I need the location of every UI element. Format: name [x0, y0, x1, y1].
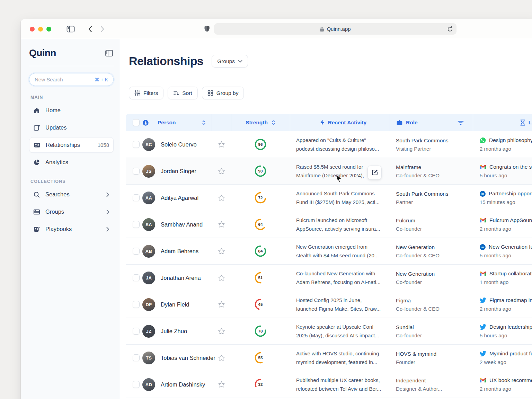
avatar: TS	[142, 352, 155, 364]
row-checkbox[interactable]	[133, 141, 140, 148]
sidebar-item-label: Analytics	[45, 159, 68, 166]
row-checkbox[interactable]	[133, 194, 140, 201]
groups-icon	[33, 209, 40, 215]
activity-line-2: podcast discussing design philoso...	[296, 144, 390, 153]
favorite-star-icon[interactable]	[218, 301, 225, 308]
person-name[interactable]: Sambhav Anand	[161, 221, 203, 228]
row-checkbox[interactable]	[133, 168, 140, 175]
filters-icon	[134, 90, 140, 96]
table-row[interactable]: ABAdam Behrens84New Generation emerged f…	[126, 238, 532, 265]
sort-button[interactable]: Sort	[168, 87, 197, 99]
strength-ring: 55	[254, 352, 267, 364]
search-input[interactable]: New Search ⌘ + K	[29, 73, 114, 86]
sidebar-item-home[interactable]: Home	[29, 103, 114, 118]
row-checkbox[interactable]	[133, 354, 140, 361]
table-row[interactable]: ADArtiom Dashinsky32Published multiple U…	[126, 371, 532, 398]
favorite-star-icon[interactable]	[218, 221, 225, 228]
browser-sidebar-toggle-icon[interactable]	[66, 26, 75, 33]
sidebar-item-searches[interactable]: Searches	[29, 187, 114, 202]
table-row[interactable]: TSTobias van Schneider55Active with HOVS…	[126, 345, 532, 371]
shield-icon[interactable]	[204, 25, 210, 33]
person-name[interactable]: Adam Behrens	[161, 248, 198, 255]
favorite-star-icon[interactable]	[218, 168, 225, 175]
row-checkbox[interactable]	[133, 274, 140, 281]
table-row[interactable]: JSJordan Singer90Raised $5.5M seed round…	[126, 158, 532, 185]
column-header-last-interaction[interactable]: Last Interaction	[473, 114, 532, 131]
sort-chevrons-icon[interactable]	[202, 120, 206, 125]
strength-value: 64	[254, 218, 267, 231]
sidebar-item-playbooks[interactable]: Playbooks	[29, 221, 114, 237]
role-title: Partner	[396, 199, 473, 205]
forward-icon[interactable]	[100, 26, 105, 33]
strength-ring: 78	[254, 325, 267, 337]
favorite-star-icon[interactable]	[218, 141, 225, 148]
sidebar-item-relationships[interactable]: Relationships1058	[29, 137, 114, 153]
person-name[interactable]: Dylan Field	[161, 301, 189, 308]
filters-button[interactable]: Filters	[129, 87, 163, 99]
sidebar-item-updates[interactable]: Updates	[29, 120, 114, 135]
groups-view-dropdown[interactable]: Groups	[212, 55, 248, 68]
favorite-star-icon[interactable]	[218, 328, 225, 335]
person-name[interactable]: Julie Zhuo	[161, 328, 187, 335]
table-row[interactable]: DFDylan Field45Hosted Config 2025 in Jun…	[126, 291, 532, 318]
reload-icon[interactable]	[447, 26, 453, 32]
table-row[interactable]: JZJulie Zhuo78Keynote speaker at Upscale…	[126, 318, 532, 345]
table-row[interactable]: SCSoleio Cuervo96Appeared on "Cults & Cu…	[126, 131, 532, 158]
favorite-star-icon[interactable]	[218, 381, 225, 388]
row-checkbox[interactable]	[133, 301, 140, 308]
activity-line-1: Hosted Config 2025 in June,	[296, 296, 390, 305]
person-name[interactable]: Jonathan Arena	[161, 275, 201, 281]
linkedin-icon: in	[480, 191, 486, 197]
activity-line-1: Fulcrum launched on Microsoft	[296, 216, 390, 225]
chevron-right-icon[interactable]	[106, 210, 109, 214]
gmail-icon	[480, 218, 486, 223]
sidebar-item-groups[interactable]: Groups	[29, 204, 114, 220]
edit-button[interactable]	[367, 166, 382, 180]
chevron-right-icon[interactable]	[106, 192, 109, 197]
activity-line-2: Adam Behrens, focusing on AI-nati...	[296, 278, 390, 287]
person-name[interactable]: Tobias van Schneider	[161, 355, 215, 361]
person-name[interactable]: Soleio Cuervo	[161, 141, 197, 148]
sort-chevrons-icon[interactable]	[271, 120, 276, 125]
last-interaction-subject: New Generation fu	[489, 244, 532, 250]
column-header-activity[interactable]: Recent Activity	[290, 114, 390, 131]
favorite-star-icon[interactable]	[218, 274, 225, 281]
sidebar-item-analytics[interactable]: Analytics	[29, 154, 114, 170]
sidebar-collapse-icon[interactable]	[105, 50, 113, 56]
table-row[interactable]: JAJonathan Arena51Co-launched New Genera…	[126, 265, 532, 291]
activity-line-1: Announced South Park Commons	[296, 189, 390, 198]
select-all-checkbox[interactable]	[133, 119, 140, 126]
zoom-window-button[interactable]	[46, 27, 51, 32]
person-name[interactable]: Artiom Dashinsky	[161, 381, 205, 388]
role-company: Fulcrum	[396, 218, 473, 224]
table-row[interactable]: AAAditya Agarwal72Announced South Park C…	[126, 185, 532, 211]
table-row[interactable]: SASambhav Anand64Fulcrum launched on Mic…	[126, 211, 532, 238]
favorite-star-icon[interactable]	[218, 248, 225, 255]
whatsapp-icon	[480, 137, 486, 143]
activity-line-2: AppSource, actively serving insura...	[296, 224, 390, 233]
row-checkbox[interactable]	[133, 381, 140, 388]
chevron-right-icon[interactable]	[106, 227, 109, 232]
filter-lines-icon[interactable]	[458, 121, 464, 125]
column-header-person[interactable]: Person	[142, 114, 212, 131]
row-checkbox[interactable]	[133, 221, 140, 228]
favorite-star-icon[interactable]	[218, 194, 225, 201]
row-checkbox[interactable]	[133, 248, 140, 255]
column-header-strength[interactable]: Strength	[231, 114, 290, 131]
analytics-icon	[33, 159, 40, 166]
role-company: Independent	[396, 378, 473, 384]
favorite-star-icon[interactable]	[218, 354, 225, 361]
back-icon[interactable]	[88, 26, 92, 33]
row-checkbox[interactable]	[133, 328, 140, 335]
close-window-button[interactable]	[30, 27, 35, 32]
sidebar: Quinn New Search ⌘ + K MAINHomeUpdatesRe…	[21, 39, 120, 399]
minimize-window-button[interactable]	[38, 27, 43, 32]
person-name[interactable]: Aditya Agarwal	[161, 195, 198, 201]
url-bar[interactable]: Quinn.app	[214, 23, 456, 35]
person-name[interactable]: Jordan Singer	[161, 168, 196, 175]
traffic-lights	[30, 27, 51, 32]
strength-value: 72	[254, 192, 267, 204]
activity-line-1: Published multiple UX career books,	[296, 376, 390, 385]
group-by-button[interactable]: Group by	[202, 87, 244, 99]
column-header-role[interactable]: Role	[390, 114, 473, 131]
